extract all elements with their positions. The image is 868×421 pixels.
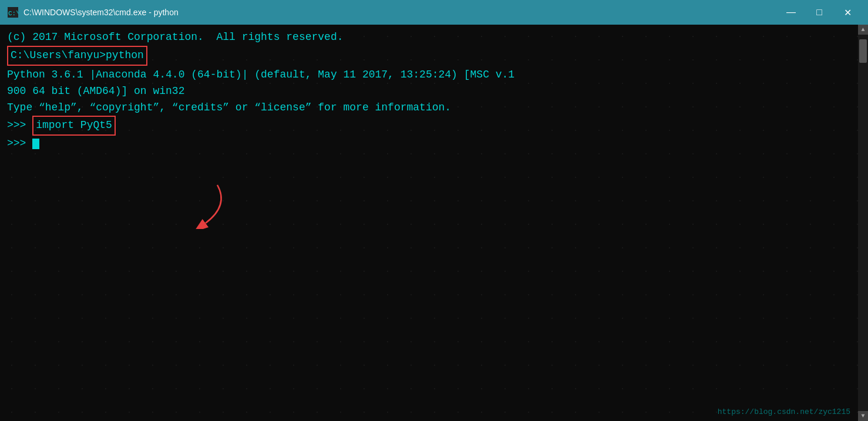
title-bar: C:\ C:\WINDOWS\system32\cmd.exe - python… <box>0 0 868 25</box>
next-prompt-line: >>> <box>7 136 861 152</box>
terminal-body[interactable]: (c) 2017 Microsoft Corporation. All righ… <box>0 25 868 421</box>
close-button[interactable]: ✕ <box>834 4 861 21</box>
python-prompt-box: C:\Users\fanyu>python <box>7 46 147 66</box>
window: C:\ C:\WINDOWS\system32\cmd.exe - python… <box>0 0 868 421</box>
import-pyqt5-box: import PyQt5 <box>32 116 116 136</box>
import-line: >>> import PyQt5 <box>7 116 861 136</box>
svg-text:C:\: C:\ <box>8 10 18 17</box>
scroll-down-arrow[interactable]: ▼ <box>858 411 868 421</box>
prompt-symbol2: >>> <box>7 137 26 149</box>
maximize-button[interactable]: □ <box>806 4 833 21</box>
help-line: Type “help”, “copyright”, “credits” or “… <box>7 100 861 116</box>
arrow-annotation <box>170 182 241 229</box>
cursor-blink <box>32 139 39 149</box>
prompt-symbol: >>> <box>7 117 32 134</box>
cmd-icon: C:\ <box>7 6 19 18</box>
watermark: https://blog.csdn.net/zyc1215 <box>718 407 850 416</box>
python-version-line2: 900 64 bit (AMD64)] on win32 <box>7 83 861 100</box>
window-controls: — □ ✕ <box>778 4 861 21</box>
window-title: C:\WINDOWS\system32\cmd.exe - python <box>23 8 778 17</box>
minimize-button[interactable]: — <box>778 4 805 21</box>
python-version-line: Python 3.6.1 |Anaconda 4.4.0 (64-bit)| (… <box>7 67 861 83</box>
prompt-line: C:\Users\fanyu>python <box>7 46 861 67</box>
copyright-line: (c) 2017 Microsoft Corporation. All righ… <box>7 29 861 46</box>
